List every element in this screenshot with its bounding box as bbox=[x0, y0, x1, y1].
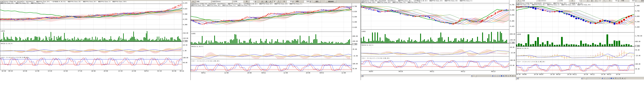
nav-d-button[interactable]: D bbox=[614, 77, 617, 79]
chart-canvas[interactable] bbox=[0, 0, 190, 80]
chart-canvas[interactable] bbox=[361, 0, 516, 80]
nav-fit-width-button[interactable]: ↔ bbox=[498, 75, 500, 77]
toolbar-stub-button[interactable] bbox=[23, 0, 34, 1]
time-axis-label: 09:20 bbox=[8, 70, 13, 72]
count-spinner[interactable]: 500▲▼ bbox=[304, 0, 312, 3]
nav-step-right-button[interactable]: ▶ bbox=[503, 75, 505, 77]
nav-magnifier-button[interactable]: ⊕ bbox=[621, 77, 624, 79]
time-axis-label: 21:20 bbox=[118, 70, 122, 72]
nav-r-button[interactable]: R bbox=[510, 75, 512, 77]
nav-d-button[interactable]: D bbox=[505, 75, 507, 77]
toolbar-stub-button[interactable] bbox=[7, 0, 10, 1]
nav-close-button[interactable]: × bbox=[624, 77, 626, 79]
toolbar-stub-button[interactable] bbox=[0, 0, 4, 1]
scroll-right-button[interactable]: ▶ bbox=[471, 75, 473, 77]
zoom-slider[interactable] bbox=[585, 78, 600, 79]
period-button-4[interactable]: T bbox=[277, 0, 280, 3]
time-axis-label: 12:00 bbox=[224, 72, 228, 74]
nav-l-button[interactable]: L bbox=[507, 75, 509, 77]
time-axis-label: 22:40 bbox=[132, 70, 136, 72]
period-button-3[interactable]: 分 bbox=[273, 0, 276, 3]
scrollbar-trough[interactable] bbox=[519, 77, 581, 80]
time-axis-label: 12:00 bbox=[342, 72, 346, 74]
macd-section-label: MACD( 12, 26, 9 ) bbox=[517, 48, 529, 49]
period-button-1[interactable]: 週 bbox=[590, 0, 594, 2]
nav-zoom-in-button[interactable]: + bbox=[603, 77, 606, 79]
volume-multiplier-badge: × 100 bbox=[510, 42, 515, 44]
scroll-left-button[interactable]: ◀ bbox=[361, 75, 363, 77]
ashi-count-spinner[interactable]: 1▲▼ bbox=[250, 0, 257, 3]
period-button-0[interactable]: 日 bbox=[260, 0, 264, 3]
nav-fit-width-button[interactable]: ↔ bbox=[608, 77, 610, 79]
volume-section-label: 出来高 bbox=[191, 33, 196, 34]
scroll-right-button[interactable]: ▶ bbox=[581, 77, 583, 79]
apply-button[interactable]: 適用 bbox=[313, 0, 320, 3]
chart-legend-line1: 日経225mini 12/06( 60分, 2012/04/05 - 2012/… bbox=[516, 3, 634, 4]
period-button-2[interactable]: 月 bbox=[268, 0, 272, 3]
chart-legend-line2: 移動平均( Close, 150 ) 移動平均( Close, 40 ) 移動平… bbox=[361, 2, 509, 3]
nav-step-left-button[interactable]: ◀ bbox=[601, 77, 603, 79]
nav-magnifier-button[interactable]: ⊕ bbox=[512, 75, 514, 77]
nav-step-right-button[interactable]: ▶ bbox=[612, 77, 614, 79]
spinner-arrows-icon[interactable]: ▲▼ bbox=[618, 0, 620, 2]
symbol-combo[interactable]: 日経225mini bbox=[212, 0, 232, 3]
spinner-arrows-icon[interactable]: ▲▼ bbox=[309, 0, 311, 2]
scrollbar-trough[interactable] bbox=[363, 75, 471, 77]
apply-button[interactable]: 適用 bbox=[639, 0, 644, 2]
minute-spinner[interactable]: 60▲▼ bbox=[612, 0, 620, 2]
zoom-slider-thumb[interactable] bbox=[585, 77, 587, 80]
time-axis-label: 12:00 bbox=[284, 72, 288, 74]
contract-combo[interactable]: 12/06 bbox=[558, 0, 569, 2]
chart-canvas[interactable] bbox=[191, 0, 361, 80]
toolbar-stub-button[interactable] bbox=[35, 0, 44, 1]
period-button-1[interactable]: 週 bbox=[264, 0, 268, 3]
period-button-4[interactable]: T bbox=[602, 0, 606, 2]
ashi-count-spinner[interactable]: 1▲▼ bbox=[575, 0, 582, 2]
nav-stop-button[interactable]: ■ bbox=[500, 75, 502, 77]
price-axis-label: 9,490 bbox=[353, 21, 357, 23]
time-axis-label: 16:30 bbox=[567, 74, 572, 75]
period-button-0[interactable]: 日 bbox=[586, 0, 590, 2]
spinner-arrows-icon[interactable]: ▲▼ bbox=[292, 0, 294, 2]
zoom-slider[interactable] bbox=[475, 76, 491, 76]
time-axis-label: 02:40 bbox=[2, 70, 6, 72]
spinner-arrows-icon[interactable]: ▲▼ bbox=[635, 0, 637, 2]
window-menu-button[interactable]: ▼ bbox=[517, 0, 520, 2]
nav-zoom-out-button[interactable]: − bbox=[496, 75, 498, 77]
contract-combo[interactable]: 12/06 bbox=[232, 0, 243, 3]
nav-l-button[interactable]: L bbox=[617, 77, 619, 79]
toolbar-stub-button[interactable] bbox=[11, 0, 22, 1]
volume-axis-label: 600.00 bbox=[635, 41, 640, 42]
time-axis-label: 04/10 bbox=[399, 71, 403, 72]
nav-step-left-button[interactable]: ◀ bbox=[492, 75, 494, 77]
period-button-2[interactable]: 月 bbox=[594, 0, 598, 2]
price-axis-label: 9,800 bbox=[635, 5, 640, 6]
volume-axis-label: 120.00 bbox=[183, 38, 188, 39]
multi-symbol-button[interactable]: 複数銘柄 bbox=[325, 0, 336, 3]
price-axis-label: 9,600 bbox=[635, 16, 640, 17]
window-menu-button[interactable]: ▼ bbox=[191, 0, 195, 3]
period-button-3[interactable]: 分 bbox=[598, 0, 602, 2]
nav-r-button[interactable]: R bbox=[619, 77, 621, 79]
nav-zoom-in-button[interactable]: + bbox=[494, 75, 496, 77]
minute-spinner[interactable]: 15▲▼ bbox=[286, 0, 294, 3]
nav-stop-button[interactable]: ■ bbox=[610, 77, 612, 79]
volume-section-label: 出来高 bbox=[1, 30, 5, 32]
count-spinner[interactable]: 500▲▼ bbox=[629, 0, 637, 2]
chart-canvas[interactable] bbox=[516, 0, 644, 80]
spinner-arrows-icon[interactable]: ▲▼ bbox=[254, 0, 256, 2]
symbol-combo[interactable]: 日経225mini bbox=[537, 0, 558, 2]
category-combo[interactable]: 先物 bbox=[522, 0, 536, 2]
volume-axis-label: 200.00 bbox=[353, 40, 358, 42]
nav-zoom-out-button[interactable]: − bbox=[606, 77, 608, 79]
time-axis-label: 04/13 bbox=[320, 72, 324, 74]
time-axis-label: 14:40 bbox=[64, 70, 68, 72]
category-combo[interactable]: 先物 bbox=[196, 0, 211, 3]
nav-close-button[interactable]: × bbox=[514, 75, 516, 77]
zoom-slider-thumb[interactable] bbox=[475, 75, 476, 77]
scroll-left-button[interactable]: ◀ bbox=[516, 77, 518, 79]
spinner-arrows-icon[interactable]: ▲▼ bbox=[580, 0, 582, 2]
chart-legend-line1: 日経225mini 12/06( 15分, 2012/04/05 - 2012/… bbox=[191, 3, 351, 5]
toolbar-stub-button[interactable] bbox=[4, 0, 7, 1]
chart-window-4: ▼先物日経225mini12/06足1▲▼日週月分T分60▲▼本数500▲▼適用… bbox=[516, 0, 644, 80]
